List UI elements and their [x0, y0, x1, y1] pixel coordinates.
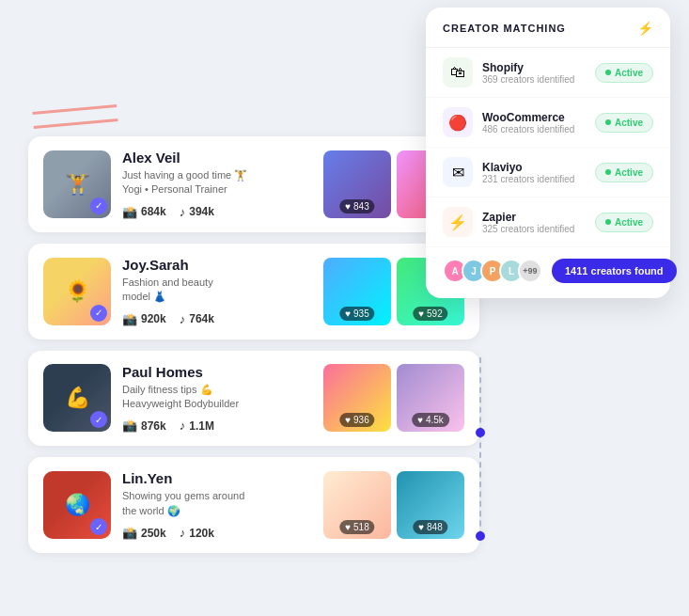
ig-stat-paul: 📸 876k — [122, 419, 166, 433]
post-thumb-joy-0: ♥ 935 — [323, 258, 391, 325]
post-thumb-paul-1: ♥ 4.5k — [397, 364, 464, 432]
ig-stat-alex: 📸 684k — [122, 205, 166, 219]
like-badge-lin-0: ♥ 518 — [339, 520, 374, 534]
active-dot — [605, 70, 611, 75]
instagram-icon: 📸 — [122, 205, 137, 219]
creator-stats-lin: 📸 250k ♪ 120k — [122, 526, 312, 540]
decorative-lines — [32, 104, 117, 129]
creator-bio-joy: Fashion and beautymodel 👗 — [122, 276, 312, 305]
connector-dot-2 — [476, 531, 485, 541]
creator-avatar-paul: 💪 ✓ — [43, 364, 111, 432]
brand-info-shopify: Shopify 369 creators identified — [482, 61, 586, 85]
brand-name-zapier: Zapier — [482, 211, 586, 224]
creator-avatar-alex: 🏋 ✓ — [43, 150, 111, 218]
brand-icon-woocommerce: 🔴 — [443, 107, 473, 137]
post-thumb-lin-0: ♥ 518 — [323, 471, 391, 539]
avatar-stack: A J P L +99 — [443, 259, 542, 283]
brand-count-woocommerce: 486 creators identified — [482, 124, 586, 134]
brand-info-woocommerce: WooCommerce 486 creators identified — [482, 111, 586, 134]
tiktok-icon: ♪ — [180, 205, 186, 219]
status-badge-zapier: Active — [595, 213, 653, 232]
creator-card-paul[interactable]: 💪 ✓ Paul Homes Daily fitness tips 💪Heavy… — [28, 351, 479, 447]
creator-stats-paul: 📸 876k ♪ 1.1M — [122, 419, 312, 433]
instagram-icon: 📸 — [122, 526, 137, 540]
creator-info-joy: Joy.Sarah Fashion and beautymodel 👗 📸 92… — [122, 257, 312, 326]
post-thumb-paul-0: ♥ 936 — [323, 364, 391, 432]
brand-icon-klaviyo: ✉ — [443, 157, 473, 187]
brand-name-shopify: Shopify — [482, 61, 586, 74]
creator-stats-joy: 📸 920k ♪ 764k — [122, 312, 312, 326]
brand-icon-zapier: ⚡ — [443, 207, 473, 237]
tiktok-icon: ♪ — [180, 526, 186, 540]
brand-item-woocommerce: 🔴 WooCommerce 486 creators identified Ac… — [426, 98, 670, 148]
brand-count-zapier: 325 creators identified — [482, 224, 586, 234]
active-dot — [605, 169, 611, 175]
panel-title: CREATOR MATCHING — [443, 23, 566, 34]
brand-item-shopify: 🛍 Shopify 369 creators identified Active — [426, 48, 670, 98]
panel-header: CREATOR MATCHING ⚡ — [426, 8, 670, 48]
status-badge-woocommerce: Active — [595, 113, 653, 133]
like-badge-paul-0: ♥ 936 — [339, 413, 374, 427]
brand-name-woocommerce: WooCommerce — [482, 111, 586, 124]
creator-bio-lin: Showing you gems aroundthe world 🌍 — [122, 489, 312, 518]
ig-stat-joy: 📸 920k — [122, 312, 166, 326]
brand-icon-shopify: 🛍 — [443, 57, 473, 87]
tt-stat-paul: ♪ 1.1M — [180, 419, 214, 433]
brand-info-klaviyo: Klaviyo 231 creators identified — [482, 161, 586, 184]
tt-stat-joy: ♪ 764k — [180, 312, 214, 326]
creator-name-alex: Alex Veil — [122, 150, 312, 166]
status-badge-shopify: Active — [595, 63, 653, 83]
check-badge-joy: ✓ — [90, 305, 107, 322]
like-badge-joy-1: ♥ 592 — [413, 307, 447, 321]
ig-stat-lin: 📸 250k — [122, 526, 166, 540]
brand-count-klaviyo: 231 creators identified — [482, 174, 586, 184]
creator-name-paul: Paul Homes — [122, 364, 312, 380]
like-badge-lin-1: ♥ 848 — [413, 520, 447, 534]
creator-name-lin: Lin.Yen — [122, 470, 312, 486]
connector-line-2 — [479, 433, 481, 536]
creator-info-alex: Alex Veil Just having a good time 🏋Yogi … — [122, 150, 312, 219]
panel-footer: A J P L +99 1411 creators found — [426, 247, 670, 283]
creator-posts-lin: ♥ 518 ♥ 848 — [323, 471, 464, 539]
like-badge-joy-0: ♥ 935 — [339, 307, 374, 321]
active-dot — [605, 219, 611, 225]
post-thumb-alex-0: ♥ 843 — [323, 150, 391, 218]
connector-line-1 — [479, 357, 481, 433]
scene: CREATOR MATCHING ⚡ 🛍 Shopify 369 creator… — [0, 0, 689, 616]
tt-stat-lin: ♪ 120k — [180, 526, 214, 540]
brand-item-zapier: ⚡ Zapier 325 creators identified Active — [426, 197, 670, 247]
creator-stats-alex: 📸 684k ♪ 394k — [122, 205, 312, 219]
creator-name-joy: Joy.Sarah — [122, 257, 312, 273]
creator-card-joy[interactable]: 🌻 ✓ Joy.Sarah Fashion and beautymodel 👗 … — [28, 244, 479, 340]
creators-found-button[interactable]: 1411 creators found — [552, 259, 677, 283]
lightning-icon: ⚡ — [637, 21, 653, 36]
creators-panel: 🏋 ✓ Alex Veil Just having a good time 🏋Y… — [28, 136, 479, 553]
brand-count-shopify: 369 creators identified — [482, 74, 586, 85]
creator-matching-panel: CREATOR MATCHING ⚡ 🛍 Shopify 369 creator… — [426, 8, 670, 298]
creator-bio-paul: Daily fitness tips 💪Heavyweight Bodybuil… — [122, 383, 312, 412]
post-thumb-lin-1: ♥ 848 — [397, 471, 464, 539]
brand-name-klaviyo: Klaviyo — [482, 161, 586, 174]
like-badge-paul-1: ♥ 4.5k — [412, 413, 449, 427]
tt-stat-alex: ♪ 394k — [180, 205, 214, 219]
instagram-icon: 📸 — [122, 312, 137, 326]
creator-info-paul: Paul Homes Daily fitness tips 💪Heavyweig… — [122, 364, 312, 434]
avatar-more-badge: +99 — [518, 259, 542, 283]
brand-item-klaviyo: ✉ Klaviyo 231 creators identified Active — [426, 148, 670, 197]
creator-posts-paul: ♥ 936 ♥ 4.5k — [323, 364, 464, 432]
active-dot — [605, 119, 611, 125]
status-badge-klaviyo: Active — [595, 163, 653, 182]
check-badge-alex: ✓ — [90, 197, 107, 214]
instagram-icon: 📸 — [122, 419, 137, 433]
brands-list: 🛍 Shopify 369 creators identified Active… — [426, 48, 670, 247]
creator-info-lin: Lin.Yen Showing you gems aroundthe world… — [122, 470, 312, 540]
brand-info-zapier: Zapier 325 creators identified — [482, 211, 586, 234]
creator-card-alex[interactable]: 🏋 ✓ Alex Veil Just having a good time 🏋Y… — [28, 136, 479, 232]
tiktok-icon: ♪ — [180, 419, 186, 433]
tiktok-icon: ♪ — [180, 312, 186, 326]
connector-dot-1 — [476, 428, 485, 437]
creator-card-lin[interactable]: 🌏 ✓ Lin.Yen Showing you gems aroundthe w… — [28, 457, 479, 553]
creator-avatar-lin: 🌏 ✓ — [43, 471, 111, 539]
creator-bio-alex: Just having a good time 🏋Yogi • Personal… — [122, 168, 312, 197]
creator-avatar-joy: 🌻 ✓ — [43, 258, 111, 325]
